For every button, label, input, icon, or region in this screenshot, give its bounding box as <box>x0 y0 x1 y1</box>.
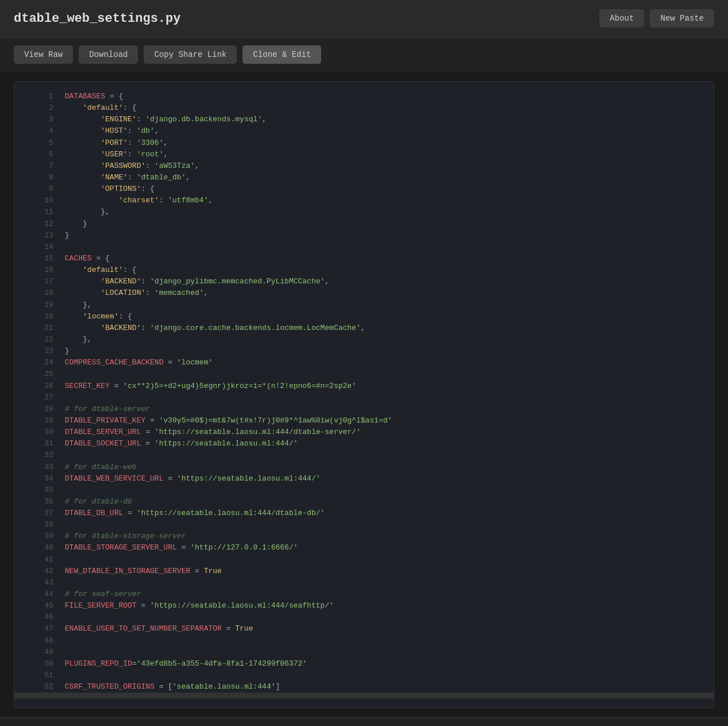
table-row: 3 'ENGINE': 'django.db.backends.mysql', <box>14 114 714 125</box>
line-number: 1 <box>14 91 63 102</box>
line-number: 50 <box>14 658 63 670</box>
view-raw-button[interactable]: View Raw <box>14 45 73 64</box>
table-row: 44 # for seaf-server <box>14 589 714 600</box>
table-row: 37 DTABLE_DB_URL = 'https://seatable.lao… <box>14 508 714 519</box>
line-number: 2 <box>14 102 63 114</box>
line-code <box>63 241 714 253</box>
line-number: 35 <box>14 485 63 496</box>
line-code <box>63 612 714 623</box>
table-row: 29 DTABLE_PRIVATE_KEY = 'v39y5=#0$)=mt&7… <box>14 415 714 427</box>
code-table: 1 DATABASES = { 2 'default': { 3 'ENGINE… <box>14 91 714 693</box>
line-number: 11 <box>14 206 63 218</box>
line-code <box>63 392 714 404</box>
table-row: 11 }, <box>14 206 714 218</box>
line-code: 'ENGINE': 'django.db.backends.mysql', <box>63 114 714 125</box>
line-code: DTABLE_SOCKET_URL = 'https://seatable.la… <box>63 438 714 450</box>
table-row: 45 FILE_SERVER_ROOT = 'https://seatable.… <box>14 600 714 612</box>
line-number: 31 <box>14 438 63 450</box>
line-number: 32 <box>14 450 63 461</box>
line-number: 33 <box>14 462 63 473</box>
line-number: 4 <box>14 125 63 137</box>
table-row: 16 'default': { <box>14 264 714 276</box>
line-code: # for dtable-web <box>63 462 714 473</box>
about-button[interactable]: About <box>599 9 644 28</box>
table-row: 7 'PASSWORD': 'aW53Tza', <box>14 160 714 172</box>
line-number: 20 <box>14 311 63 322</box>
line-code <box>63 519 714 531</box>
footer: Powered by Hasty Paste V1.9 CSDN @杨浦老苏 <box>0 717 728 726</box>
table-row: 39 # for dtable-storage-server <box>14 531 714 542</box>
table-row: 25 <box>14 368 714 380</box>
table-row: 22 }, <box>14 334 714 345</box>
line-number: 29 <box>14 415 63 427</box>
line-code: CSRF_TRUSTED_ORIGINS = ['seatable.laosu.… <box>63 681 714 693</box>
line-number: 10 <box>14 195 63 206</box>
line-code: DTABLE_SERVER_URL = 'https://seatable.la… <box>63 427 714 438</box>
line-code: 'locmem': { <box>63 311 714 322</box>
line-code: CACHES = { <box>63 253 714 264</box>
new-paste-button[interactable]: New Paste <box>650 9 714 28</box>
scrollbar[interactable] <box>14 693 714 698</box>
line-code: DATABASES = { <box>63 91 714 102</box>
line-code: SECRET_KEY = 'cx**2)5=+d2+ug4)5egnr)jkro… <box>63 381 714 392</box>
line-number: 17 <box>14 276 63 287</box>
table-row: 23 } <box>14 345 714 357</box>
clone-edit-button[interactable]: Clone & Edit <box>242 45 321 64</box>
table-row: 21 'BACKEND': 'django.core.cache.backend… <box>14 322 714 334</box>
table-row: 51 <box>14 670 714 681</box>
table-row: 50 PLUGINS_REPO_ID='43efd8b5-a355-4dfa-8… <box>14 658 714 670</box>
table-row: 48 <box>14 635 714 647</box>
line-number: 3 <box>14 114 63 125</box>
table-row: 6 'USER': 'root', <box>14 149 714 160</box>
line-code: 'LOCATION': 'memcached', <box>63 287 714 299</box>
table-row: 15 CACHES = { <box>14 253 714 264</box>
line-code: 'NAME': 'dtable_db', <box>63 172 714 183</box>
table-row: 4 'HOST': 'db', <box>14 125 714 137</box>
line-number: 43 <box>14 577 63 589</box>
line-number: 27 <box>14 392 63 404</box>
table-row: 14 <box>14 241 714 253</box>
line-code: }, <box>63 299 714 311</box>
line-code <box>63 647 714 658</box>
line-code: }, <box>63 334 714 345</box>
copy-share-link-button[interactable]: Copy Share Link <box>144 45 237 64</box>
table-row: 41 <box>14 554 714 566</box>
line-number: 18 <box>14 287 63 299</box>
line-number: 26 <box>14 381 63 392</box>
line-code: } <box>63 345 714 357</box>
line-number: 23 <box>14 345 63 357</box>
table-row: 38 <box>14 519 714 531</box>
line-number: 8 <box>14 172 63 183</box>
line-number: 37 <box>14 508 63 519</box>
table-row: 8 'NAME': 'dtable_db', <box>14 172 714 183</box>
header-actions: About New Paste <box>599 9 714 28</box>
line-number: 16 <box>14 264 63 276</box>
line-code: # for dtable-storage-server <box>63 531 714 542</box>
table-row: 5 'PORT': '3306', <box>14 137 714 149</box>
table-row: 18 'LOCATION': 'memcached', <box>14 287 714 299</box>
table-row: 17 'BACKEND': 'django_pylibmc.memcached.… <box>14 276 714 287</box>
table-row: 10 'charset': 'utf8mb4', <box>14 195 714 206</box>
line-code <box>63 368 714 380</box>
line-code: 'default': { <box>63 102 714 114</box>
line-code: COMPRESS_CACHE_BACKEND = 'locmem' <box>63 357 714 368</box>
table-row: 35 <box>14 485 714 496</box>
line-number: 34 <box>14 473 63 485</box>
line-number: 49 <box>14 647 63 658</box>
line-code: }, <box>63 206 714 218</box>
table-row: 19 }, <box>14 299 714 311</box>
line-code: PLUGINS_REPO_ID='43efd8b5-a355-4dfa-8fa1… <box>63 658 714 670</box>
table-row: 28 # for dtable-server <box>14 404 714 415</box>
line-number: 21 <box>14 322 63 334</box>
download-button[interactable]: Download <box>79 45 138 64</box>
line-number: 12 <box>14 218 63 230</box>
line-number: 46 <box>14 612 63 623</box>
table-row: 9 'OPTIONS': { <box>14 183 714 195</box>
table-row: 52 CSRF_TRUSTED_ORIGINS = ['seatable.lao… <box>14 681 714 693</box>
line-code <box>63 450 714 461</box>
table-row: 34 DTABLE_WEB_SERVICE_URL = 'https://sea… <box>14 473 714 485</box>
line-code: # for dtable-server <box>63 404 714 415</box>
line-number: 42 <box>14 566 63 577</box>
line-code: 'PORT': '3306', <box>63 137 714 149</box>
line-number: 30 <box>14 427 63 438</box>
